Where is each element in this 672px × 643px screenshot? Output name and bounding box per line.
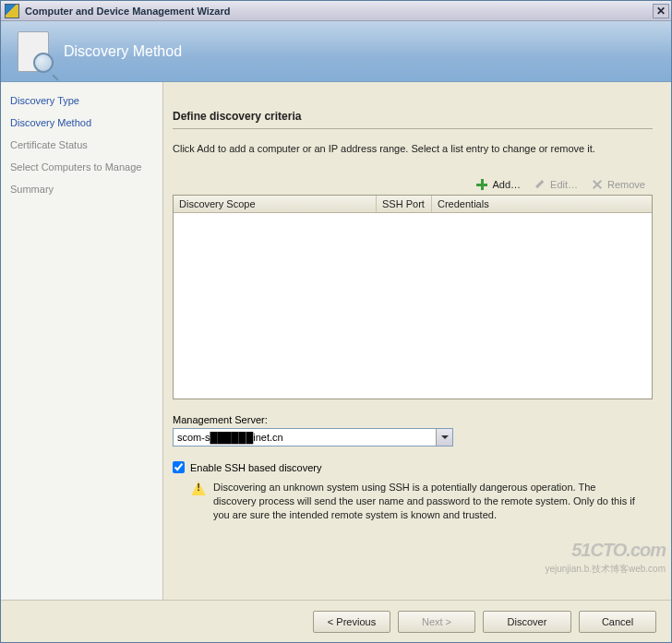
window-title: Computer and Device Management Wizard [25,6,653,17]
wizard-footer: < Previous Next > Discover Cancel [1,600,671,642]
sidebar-step-summary: Summary [1,178,162,200]
remove-label: Remove [607,179,645,190]
edit-button: Edit… [530,176,582,193]
wizard-sidebar: Discovery Type Discovery Method Certific… [1,82,163,600]
plus-icon [475,178,488,191]
sidebar-step-discovery-method[interactable]: Discovery Method [1,112,162,134]
enable-ssh-checkbox-row[interactable]: Enable SSH based discovery [173,461,653,473]
sidebar-step-select-computers: Select Computers to Manage [1,156,162,178]
management-server-select[interactable]: scom-s██████inet.cn [173,428,453,447]
grid-header-row: Discovery Scope SSH Port Credentials [174,196,652,213]
enable-ssh-checkbox[interactable] [173,461,185,473]
dropdown-arrow-icon[interactable] [436,429,452,446]
wizard-step-title: Discovery Method [64,43,182,60]
titlebar: Computer and Device Management Wizard ✕ [1,1,671,21]
wizard-content: Define discovery criteria Click Add to a… [163,82,671,600]
enable-ssh-label: Enable SSH based discovery [190,462,321,473]
watermark: 51CTO.com [571,540,666,561]
sidebar-step-certificate-status: Certificate Status [1,134,162,156]
discovery-grid[interactable]: Discovery Scope SSH Port Credentials [173,195,653,399]
col-ssh-port[interactable]: SSH Port [377,196,432,212]
content-heading: Define discovery criteria [173,110,653,129]
sidebar-step-discovery-type[interactable]: Discovery Type [1,89,162,112]
next-button: Next > [398,611,475,633]
wizard-header: Discovery Method [1,21,671,82]
grid-rows [174,213,652,398]
management-server-label: Management Server: [173,414,653,425]
grid-toolbar: Add… Edit… Remove [173,176,653,193]
pencil-icon [531,175,549,194]
wizard-body: Discovery Type Discovery Method Certific… [1,82,671,600]
remove-button: Remove [587,176,649,193]
remove-x-icon [591,178,604,191]
col-discovery-scope[interactable]: Discovery Scope [174,196,377,212]
watermark-sub: yejunjian.b.技术博客web.com [545,563,666,576]
close-button[interactable]: ✕ [653,4,669,18]
magnifier-computer-icon [18,31,49,72]
add-button[interactable]: Add… [472,176,524,193]
warning-icon [191,481,206,495]
ssh-warning-text: Discovering an unknown system using SSH … [213,481,638,522]
app-icon [5,4,19,18]
management-server-value: scom-s██████inet.cn [177,432,283,443]
previous-button[interactable]: < Previous [313,611,390,633]
discover-button[interactable]: Discover [483,611,571,633]
edit-label: Edit… [550,179,578,190]
content-intro: Click Add to add a computer or an IP add… [173,142,653,156]
col-credentials[interactable]: Credentials [432,196,602,212]
col-spacer [602,196,652,212]
cancel-button[interactable]: Cancel [579,611,656,633]
add-label: Add… [492,179,521,190]
ssh-warning-row: Discovering an unknown system using SSH … [191,481,653,522]
